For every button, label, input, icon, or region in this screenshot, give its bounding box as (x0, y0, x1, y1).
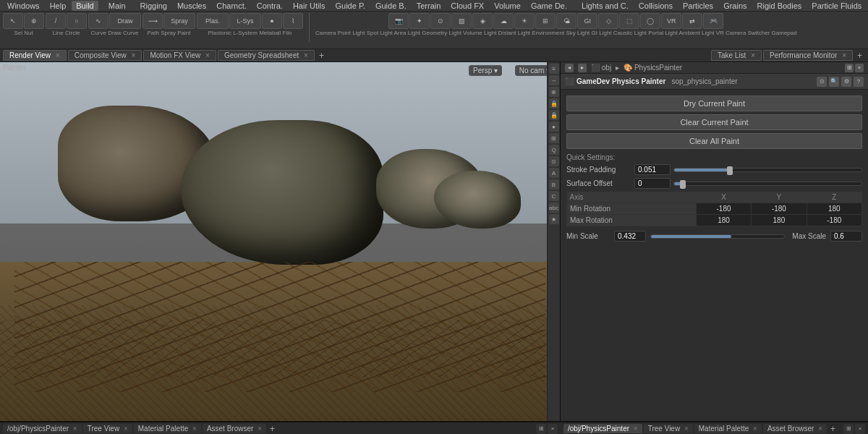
br-tab-2-close[interactable]: × (684, 425, 689, 433)
pp-icon-settings[interactable]: ⚙ (841, 77, 851, 87)
add-tab-button[interactable]: + (316, 51, 327, 61)
menu-windows[interactable]: Windows (3, 1, 44, 11)
side-icon-4[interactable]: 🔒 (549, 98, 559, 109)
line-tool-btn[interactable]: / (46, 13, 66, 29)
render-view-close[interactable]: × (56, 51, 60, 59)
side-icon-6[interactable]: ● (549, 122, 559, 132)
pp-icon-help[interactable]: ? (854, 77, 864, 87)
surface-offset-slider[interactable] (673, 182, 862, 186)
ng-close-btn[interactable]: × (548, 424, 558, 434)
switcher-btn[interactable]: ⇄ (682, 13, 702, 29)
portal-light-btn[interactable]: ⬚ (619, 13, 639, 29)
nut-tool-btn[interactable]: ⊕ (24, 13, 44, 29)
menu-cloudfx[interactable]: Cloud FX (446, 1, 488, 11)
pp-icon-search[interactable]: 🔍 (829, 77, 839, 87)
ng-tab-asset[interactable]: Asset Browser × (203, 424, 266, 433)
side-icon-a[interactable]: A (549, 168, 559, 178)
tab-geometry-spreadsheet[interactable]: Geometry Spreadsheet × (218, 50, 315, 61)
lsystem-btn[interactable]: L-Sys (229, 13, 261, 29)
caustic-light-btn[interactable]: ◇ (598, 13, 618, 29)
vrcam-btn[interactable]: VR (661, 13, 681, 29)
gamepad-btn[interactable]: 🎮 (703, 13, 723, 29)
tab-performance-monitor[interactable]: Performance Monitor × (763, 50, 853, 61)
env-light-btn[interactable]: ⊞ (535, 13, 556, 29)
menu-rigging[interactable]: Rigging (136, 1, 171, 11)
br-tab-4-close[interactable]: × (818, 425, 822, 433)
ng-tab-material[interactable]: Material Palette × (134, 424, 201, 433)
ng-tab-4-close[interactable]: × (258, 425, 262, 433)
menu-charnct[interactable]: Charnct. (212, 1, 251, 11)
br-close-btn[interactable]: × (855, 424, 865, 434)
br-add-tab-btn[interactable]: + (828, 424, 838, 434)
side-icon-snap[interactable]: ⊙ (549, 156, 559, 166)
composite-view-close[interactable]: × (132, 51, 136, 59)
br-tab-3[interactable]: Material Palette × (694, 424, 762, 433)
side-icon-b[interactable]: B (549, 179, 559, 190)
menu-lights[interactable]: Lights and C. (577, 1, 633, 11)
menu-terrain[interactable]: Terrain (412, 1, 446, 11)
min-rot-x-val[interactable]: -180 (696, 203, 751, 215)
ng-tab-2-close[interactable]: × (124, 425, 128, 433)
side-icon-2[interactable]: ↔ (549, 75, 559, 85)
path-tool-btn[interactable]: ⟿ (142, 13, 163, 29)
ng-tab-tree-view[interactable]: Tree View × (83, 424, 132, 433)
distant-light-btn[interactable]: ☀ (514, 13, 535, 29)
metaball-btn[interactable]: ● (262, 13, 282, 29)
br-tab-1[interactable]: /obj/PhysicsPainter × (563, 424, 642, 433)
max-rot-x-val[interactable]: 180 (696, 215, 751, 226)
menu-muscles[interactable]: Muscles (173, 1, 210, 11)
br-tab-1-close[interactable]: × (634, 425, 638, 433)
side-icon-star[interactable]: ★ (549, 214, 559, 224)
surface-offset-value[interactable]: 0 (634, 178, 671, 189)
gi-light-btn[interactable]: GI (577, 13, 597, 29)
ng-expand-btn[interactable]: ⊞ (536, 424, 546, 434)
pp-icon-snap[interactable]: ⊙ (817, 77, 827, 87)
perf-monitor-close[interactable]: × (842, 51, 846, 59)
stroke-padding-slider[interactable] (673, 168, 862, 172)
surface-offset-handle[interactable] (680, 180, 686, 189)
ambient-light-btn[interactable]: ◯ (640, 13, 660, 29)
tab-render-view[interactable]: Render View × (3, 50, 67, 61)
draw-curve-btn[interactable]: Draw (109, 13, 141, 29)
tab-take-list[interactable]: Take List × (711, 50, 762, 61)
camera-btn[interactable]: 📷 (388, 13, 409, 29)
menu-volume[interactable]: Volume (490, 1, 525, 11)
menu-particles[interactable]: Particles (678, 1, 718, 11)
min-rot-z-val[interactable]: 180 (807, 203, 861, 215)
spot-light-btn[interactable]: ⊙ (430, 13, 451, 29)
max-scale-value[interactable]: 0.6 (830, 231, 862, 242)
plastonic-btn[interactable]: Plas. (197, 13, 229, 29)
sel-tool-btn[interactable]: ↖ (3, 13, 23, 29)
tab-motion-fx[interactable]: Motion FX View × (143, 50, 216, 61)
menu-build[interactable]: Build (72, 1, 98, 11)
area-light-btn[interactable]: ▨ (451, 13, 472, 29)
menu-help[interactable]: Help (46, 1, 71, 11)
menu-collisions[interactable]: Collisions (634, 1, 677, 11)
dry-current-paint-btn[interactable]: Dry Current Paint (566, 95, 862, 111)
ng-tab-1-close[interactable]: × (73, 425, 77, 433)
point-light-btn[interactable]: ✦ (409, 13, 430, 29)
sky-light-btn[interactable]: 🌤 (556, 13, 576, 29)
menu-guide-p[interactable]: Guide P. (331, 1, 370, 11)
clear-current-paint-btn[interactable]: Clear Current Paint (566, 114, 862, 130)
volume-light-btn[interactable]: ☁ (493, 13, 514, 29)
menu-game-de[interactable]: Game De. (527, 1, 571, 11)
side-icon-7[interactable]: ⊞ (549, 133, 559, 143)
ng-tab-physics-painter[interactable]: /obj/PhysicsPainter × (3, 424, 82, 433)
rp-close-btn[interactable]: × (855, 64, 864, 72)
take-list-close[interactable]: × (751, 51, 755, 59)
viewport-panel[interactable]: Painter Persp ▾ No cam ▾ ≡ ↔ ⊕ 🔒 (0, 62, 561, 421)
max-rot-z-val[interactable]: -180 (807, 215, 861, 226)
curve-tool-btn[interactable]: ∿ (88, 13, 109, 29)
side-icon-c[interactable]: C (549, 191, 559, 201)
menu-hair[interactable]: Hair Utils (289, 1, 330, 11)
side-icon-1[interactable]: ≡ (549, 64, 559, 74)
br-expand-btn[interactable]: ⊞ (843, 424, 854, 434)
menu-contra[interactable]: Contra. (252, 1, 287, 11)
ng-add-tab-btn[interactable]: + (268, 424, 277, 434)
geometry-light-btn[interactable]: ◈ (472, 13, 493, 29)
persp-button[interactable]: Persp ▾ (469, 65, 502, 76)
clear-all-paint-btn[interactable]: Clear All Paint (566, 133, 862, 149)
stroke-padding-handle[interactable] (727, 166, 733, 175)
min-scale-value[interactable]: 0.432 (614, 231, 646, 242)
